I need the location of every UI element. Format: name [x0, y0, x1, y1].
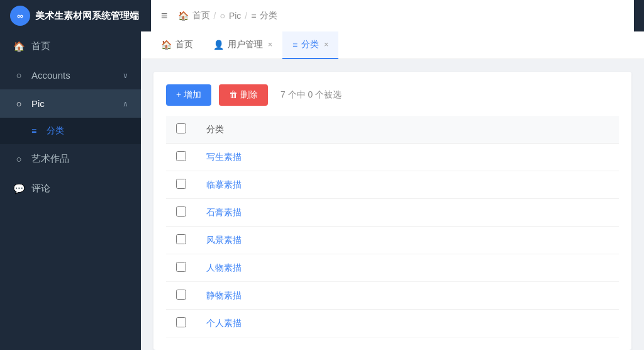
table-row: 静物素描	[166, 282, 619, 310]
tab-categories-label: 分类	[301, 39, 319, 50]
row-name-cell[interactable]: 写生素描	[196, 144, 619, 171]
accounts-icon: ○	[13, 70, 25, 81]
row-checkbox[interactable]	[176, 290, 186, 300]
categories-icon: ≡	[28, 126, 40, 136]
breadcrumb-home-icon: 🏠	[178, 11, 189, 21]
select-all-checkbox[interactable]	[176, 123, 186, 133]
col-name-header: 分类	[196, 116, 619, 144]
table-body: 写生素描 临摹素描 石膏素描 风景素描 人物素描 静物素描 个人素描	[166, 144, 619, 337]
row-name-cell[interactable]: 静物素描	[196, 282, 619, 310]
table-row: 风景素描	[166, 227, 619, 254]
row-checkbox-cell	[166, 144, 196, 171]
row-checkbox[interactable]	[176, 206, 186, 217]
tab-categories-icon: ≡	[292, 40, 297, 50]
row-name-cell[interactable]: 风景素描	[196, 227, 619, 254]
header-nav: ≡ 🏠 首页 / ○ Pic / ≡ 分类	[151, 0, 634, 31]
breadcrumb-sep1: /	[214, 11, 216, 21]
table-header-row: 分类	[166, 116, 619, 144]
tab-categories[interactable]: ≡ 分类 ×	[282, 31, 338, 59]
table-row: 人物素描	[166, 254, 619, 282]
app-title: 美术生素材网系统管理端	[35, 10, 139, 22]
sidebar: 🏠 首页 ○ Accounts ∨ ○ Pic ∧ ≡ 分类 ○ 艺术作品 💬 …	[0, 31, 141, 350]
categories-card: + 增加 🗑 删除 7 个中 0 个被选 分类	[153, 72, 631, 350]
pic-arrow-icon: ∧	[123, 99, 128, 108]
logo-icon: ∞	[10, 6, 30, 26]
tab-user-close-icon[interactable]: ×	[268, 40, 272, 49]
tab-user-management[interactable]: 👤 用户管理 ×	[203, 31, 282, 59]
selection-info: 7 个中 0 个被选	[280, 89, 341, 101]
row-checkbox[interactable]	[176, 234, 186, 244]
home-icon: 🏠	[13, 41, 25, 52]
sidebar-home-label: 首页	[31, 40, 128, 52]
sidebar-item-comments[interactable]: 💬 评论	[0, 174, 141, 203]
content-area: 🏠 首页 👤 用户管理 × ≡ 分类 × + 增加 🗑 删除 7 个	[141, 31, 644, 350]
row-checkbox[interactable]	[176, 317, 186, 327]
row-checkbox-cell	[166, 227, 196, 254]
row-checkbox[interactable]	[176, 262, 186, 272]
breadcrumb-sep2: /	[245, 11, 247, 21]
toolbar: + 增加 🗑 删除 7 个中 0 个被选	[166, 84, 619, 106]
row-name-cell[interactable]: 人物素描	[196, 254, 619, 282]
row-checkbox-cell	[166, 171, 196, 199]
breadcrumb: 🏠 首页 / ○ Pic / ≡ 分类	[178, 10, 278, 21]
tabs-bar: 🏠 首页 👤 用户管理 × ≡ 分类 ×	[141, 31, 644, 59]
tab-home-label: 首页	[175, 39, 193, 50]
sidebar-comments-label: 评论	[31, 183, 128, 195]
breadcrumb-categories[interactable]: 分类	[260, 10, 277, 21]
delete-button[interactable]: 🗑 删除	[219, 84, 268, 106]
artwork-icon: ○	[13, 154, 25, 164]
row-checkbox[interactable]	[176, 151, 186, 161]
page-content: + 增加 🗑 删除 7 个中 0 个被选 分类	[141, 59, 644, 350]
pic-icon: ○	[13, 98, 25, 109]
table-row: 个人素描	[166, 310, 619, 337]
breadcrumb-home[interactable]: 首页	[192, 10, 210, 21]
row-checkbox-cell	[166, 282, 196, 310]
main-layout: 🏠 首页 ○ Accounts ∨ ○ Pic ∧ ≡ 分类 ○ 艺术作品 💬 …	[0, 31, 644, 350]
sidebar-item-pic[interactable]: ○ Pic ∧	[0, 89, 141, 118]
accounts-arrow-icon: ∨	[123, 71, 128, 80]
top-header: ∞ 美术生素材网系统管理端 ≡ 🏠 首页 / ○ Pic / ≡ 分类	[0, 0, 644, 31]
tab-user-icon: 👤	[213, 40, 224, 50]
row-checkbox-cell	[166, 310, 196, 337]
logo-area: ∞ 美术生素材网系统管理端	[10, 6, 151, 26]
sidebar-categories-label: 分类	[47, 125, 64, 137]
sidebar-item-artwork[interactable]: ○ 艺术作品	[0, 144, 141, 174]
breadcrumb-pic[interactable]: Pic	[229, 11, 241, 21]
sidebar-artwork-label: 艺术作品	[31, 153, 128, 165]
tab-user-label: 用户管理	[228, 39, 263, 50]
categories-table: 分类 写生素描 临摹素描 石膏素描 风景素描	[166, 116, 619, 337]
sidebar-item-accounts[interactable]: ○ Accounts ∨	[0, 61, 141, 89]
table-header: 分类	[166, 116, 619, 144]
row-name-cell[interactable]: 个人素描	[196, 310, 619, 337]
row-name-cell[interactable]: 石膏素描	[196, 199, 619, 227]
breadcrumb-pic-icon: ○	[219, 11, 225, 21]
sidebar-pic-label: Pic	[31, 98, 116, 109]
menu-toggle-icon[interactable]: ≡	[161, 9, 168, 23]
row-checkbox-cell	[166, 199, 196, 227]
row-checkbox[interactable]	[176, 179, 186, 189]
add-button[interactable]: + 增加	[166, 84, 211, 106]
comments-icon: 💬	[13, 183, 25, 195]
tab-home-icon: 🏠	[161, 40, 172, 50]
sidebar-accounts-label: Accounts	[31, 70, 116, 81]
col-checkbox-header	[166, 116, 196, 144]
tab-home[interactable]: 🏠 首页	[151, 31, 203, 59]
sidebar-item-home[interactable]: 🏠 首页	[0, 31, 141, 61]
tab-categories-close-icon[interactable]: ×	[324, 40, 328, 49]
table-row: 临摹素描	[166, 171, 619, 199]
row-name-cell[interactable]: 临摹素描	[196, 171, 619, 199]
table-row: 写生素描	[166, 144, 619, 171]
row-checkbox-cell	[166, 254, 196, 282]
table-row: 石膏素描	[166, 199, 619, 227]
sidebar-item-categories[interactable]: ≡ 分类	[0, 118, 141, 144]
breadcrumb-list-icon: ≡	[251, 11, 256, 21]
